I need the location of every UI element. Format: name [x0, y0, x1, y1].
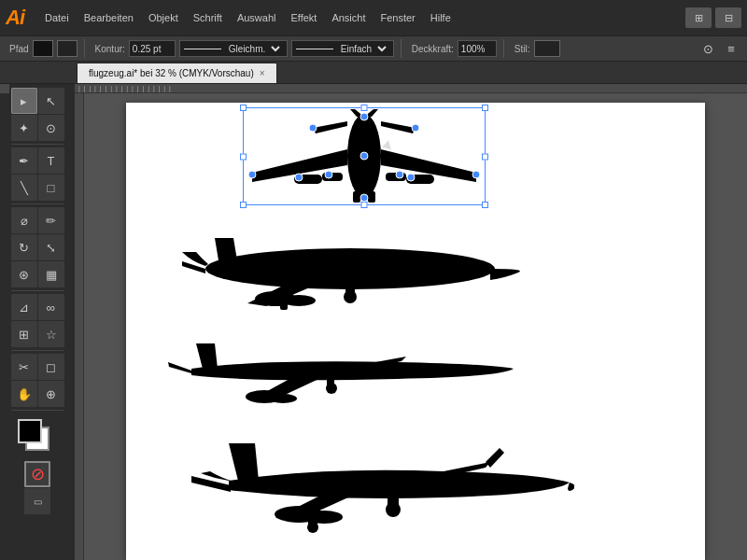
deckkraft-input[interactable]	[458, 40, 497, 57]
tool-row-6: ↻ ⤡	[11, 234, 64, 260]
stroke-swatch[interactable]	[57, 40, 78, 57]
tool-sep-1	[11, 144, 63, 145]
workspace-icon[interactable]: ⊞	[685, 7, 712, 28]
arrange-icon[interactable]: ⊙	[698, 38, 718, 59]
stroke-end-select[interactable]: Einfach	[335, 40, 389, 57]
plane-2[interactable]	[173, 233, 528, 319]
stroke-style-select[interactable]: Gleichm.	[223, 40, 283, 57]
tool-sep-3	[11, 290, 63, 291]
menu-objekt[interactable]: Objekt	[141, 10, 186, 25]
tool-row-10: ✂ ◻	[11, 354, 64, 380]
svg-point-31	[386, 502, 401, 517]
main-area: ▸ ↖ ✦ ⊙ ✒ T ╲ □ ⌀ ✏ ↻ ⤡ ⊛ ▦ ⊿	[0, 84, 747, 560]
lasso-tool[interactable]: ⊙	[38, 115, 64, 141]
menubar: Ai Datei Bearbeiten Objekt Schrift Auswa…	[0, 0, 747, 35]
plane-4-svg	[182, 434, 574, 537]
menu-schrift[interactable]: Schrift	[186, 10, 230, 25]
svg-point-9	[360, 194, 368, 202]
plane-1-svg	[243, 107, 486, 205]
menu-auswahl[interactable]: Auswahl	[230, 10, 284, 25]
eraser-tool[interactable]: ◻	[38, 354, 64, 380]
menu-bearbeiten[interactable]: Bearbeiten	[77, 10, 141, 25]
tool-sep-4	[11, 350, 63, 351]
tool-row-11: ✋ ⊕	[11, 381, 64, 407]
toolbar-sep-3	[503, 39, 504, 58]
zoom-tool[interactable]: ⊕	[38, 381, 64, 407]
pen-tool[interactable]: ✒	[11, 147, 37, 174]
change-screen-mode[interactable]: ▭	[24, 488, 50, 514]
stil-swatch[interactable]	[534, 40, 560, 57]
toolbar: Pfad Kontur: Gleichm. Einfach Deckkraft:…	[0, 35, 747, 62]
scissors-tool[interactable]: ✂	[11, 354, 37, 380]
plane-3-svg	[163, 336, 518, 411]
menu-hilfe[interactable]: Hilfe	[423, 10, 458, 25]
plane-3[interactable]	[163, 336, 518, 413]
foreground-color-swatch[interactable]	[18, 419, 42, 443]
blend-tool[interactable]: ∞	[38, 294, 64, 320]
text-tool[interactable]: T	[38, 147, 64, 174]
tool-row-3: ✒ T	[11, 147, 64, 174]
magic-wand-tool[interactable]: ✦	[11, 115, 37, 141]
svg-point-33	[307, 522, 318, 533]
menu-effekt[interactable]: Effekt	[283, 10, 324, 25]
toolbar-sep-2	[401, 39, 402, 58]
line-tool[interactable]: ╲	[11, 175, 37, 201]
hand-tool[interactable]: ✋	[11, 381, 37, 407]
tool-row-1: ▸ ↖	[11, 88, 64, 114]
tool-row-5: ⌀ ✏	[11, 207, 64, 233]
warp-tool[interactable]: ⊛	[11, 261, 37, 287]
eyedropper-tool[interactable]: ⊿	[11, 294, 37, 320]
menu-ansicht[interactable]: Ansicht	[324, 10, 373, 25]
scale-tool[interactable]: ⤡	[38, 234, 64, 260]
menu-fenster[interactable]: Fenster	[373, 10, 422, 25]
document-tab[interactable]: flugzeug.ai* bei 32 % (CMYK/Vorschau) ×	[77, 63, 277, 83]
kontur-label: Kontur:	[95, 44, 125, 54]
tool-row-2: ✦ ⊙	[11, 115, 64, 141]
rect-tool[interactable]: □	[38, 175, 64, 201]
pfad-label: Pfad	[9, 44, 29, 54]
tool-row-9: ⊞ ☆	[11, 321, 64, 347]
none-swatch[interactable]: ⊘	[24, 461, 50, 487]
ruler-vertical	[75, 93, 84, 560]
chart-tool[interactable]: ⊞	[11, 321, 37, 347]
gradient-tool[interactable]: ▦	[38, 261, 64, 287]
svg-point-11	[472, 171, 480, 178]
tab-close-button[interactable]: ×	[260, 68, 265, 78]
svg-rect-5	[353, 191, 360, 203]
svg-point-18	[205, 248, 495, 289]
stil-label: Stil:	[514, 44, 530, 54]
svg-rect-23	[280, 301, 288, 310]
rotate-tool[interactable]: ↻	[11, 234, 37, 260]
plane-1-selected[interactable]	[243, 107, 486, 205]
pencil-tool[interactable]: ✏	[38, 207, 64, 233]
plane-4[interactable]	[182, 434, 574, 539]
svg-point-8	[360, 113, 368, 120]
menu-datei[interactable]: Datei	[37, 10, 77, 25]
deckkraft-label: Deckkraft:	[412, 44, 454, 54]
svg-point-10	[248, 171, 256, 178]
svg-point-12	[309, 124, 317, 132]
tool-row-4: ╲ □	[11, 175, 64, 201]
tab-title: flugzeug.ai* bei 32 % (CMYK/Vorschau)	[89, 68, 254, 78]
svg-point-22	[344, 290, 357, 303]
tool-row-color: ⊘	[24, 461, 50, 487]
svg-point-14	[295, 174, 303, 181]
svg-point-25	[269, 394, 297, 403]
direct-selection-tool[interactable]: ↖	[38, 88, 64, 114]
tool-row-mode: ▭	[24, 488, 50, 514]
paintbrush-tool[interactable]: ⌀	[11, 207, 37, 233]
ruler-horizontal: | | | | | | | | | | | | | | | | | |	[75, 84, 747, 93]
tabbar: flugzeug.ai* bei 32 % (CMYK/Vorschau) ×	[0, 62, 747, 84]
svg-rect-6	[368, 191, 375, 203]
fill-swatch[interactable]	[33, 40, 53, 57]
kontur-input[interactable]	[129, 40, 176, 57]
tool-row-7: ⊛ ▦	[11, 261, 64, 287]
selection-tool[interactable]: ▸	[11, 88, 37, 114]
panel-icon[interactable]: ⊟	[715, 7, 741, 28]
color-swatch-pair	[16, 417, 59, 456]
settings-icon[interactable]: ≡	[721, 38, 741, 59]
app-logo: Ai	[6, 6, 24, 30]
symbols-tool[interactable]: ☆	[38, 321, 64, 347]
svg-point-7	[360, 152, 368, 160]
canvas-area: | | | | | | | | | | | | | | | | | |	[75, 84, 747, 560]
